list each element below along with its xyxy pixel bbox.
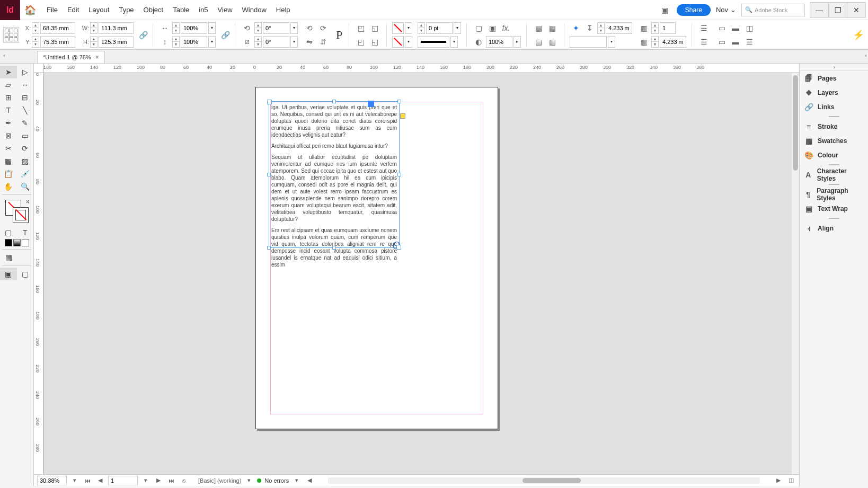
columns-input[interactable] (660, 22, 676, 34)
close-button[interactable]: ✕ (847, 2, 866, 18)
align-center-obj-icon[interactable]: ▦ (546, 36, 559, 48)
stroke-proxy[interactable] (13, 207, 29, 223)
panel-text-wrap[interactable]: ▣Text Wrap (800, 201, 868, 216)
gutter-input[interactable] (660, 36, 686, 48)
panel-colour[interactable]: 🎨Colour (800, 148, 868, 162)
sw-weight-stepper[interactable]: ▲▼ (418, 22, 425, 34)
panel-align[interactable]: ⫞Align (800, 221, 868, 235)
scaley-dd[interactable]: ▾ (208, 36, 216, 48)
selection-tool[interactable]: ➤ (0, 66, 17, 78)
overset-text-icon[interactable]: O (393, 239, 400, 252)
first-page-icon[interactable]: ⏮ (83, 477, 92, 484)
shear-dd[interactable]: ▾ (290, 36, 298, 48)
fill-stroke-proxy[interactable]: ⤭ (4, 199, 30, 224)
scaley-stepper[interactable]: ▲▼ (172, 36, 180, 48)
eyedropper-tool[interactable]: 💉 (17, 167, 34, 180)
stroke-style-swatch[interactable] (418, 36, 449, 48)
valign-top-icon[interactable]: ☰ (697, 22, 710, 34)
h-stepper[interactable]: ▲▼ (90, 36, 98, 48)
scale-x-input[interactable] (181, 22, 207, 34)
preflight-dd-icon[interactable]: ▾ (244, 477, 254, 484)
workspace-dropdown[interactable]: Nov ⌄ (716, 6, 736, 14)
y-stepper[interactable]: ▲▼ (32, 36, 39, 48)
tab-close-icon[interactable]: × (95, 54, 99, 61)
page-number-input[interactable] (108, 476, 138, 485)
errors-dd-icon[interactable]: ▾ (292, 477, 302, 484)
wrap-top-stepper[interactable]: ▲▼ (597, 22, 605, 34)
frame-handle-right[interactable] (397, 173, 401, 176)
rectangle-frame-tool[interactable]: ⊠ (0, 129, 17, 142)
select-prev-icon[interactable]: ◰ (355, 36, 367, 48)
rotate-stepper[interactable]: ▲▼ (254, 22, 262, 34)
panel-swatches[interactable]: ▦Swatches (800, 134, 868, 148)
constrain-wh-icon[interactable]: 🔗 (137, 29, 149, 41)
thread-indicator-icon[interactable] (400, 113, 405, 119)
format-container-icon[interactable]: ▢ (0, 226, 17, 239)
frame-fit-b-icon[interactable]: ▬ (729, 22, 742, 34)
pencil-tool[interactable]: ✎ (17, 117, 34, 129)
gradient-swatch-tool[interactable]: ▦ (0, 155, 17, 167)
gutter-stepper[interactable]: ▲▼ (651, 36, 659, 48)
content-placer-tool[interactable]: ⊟ (17, 91, 34, 104)
fill-swatch[interactable] (392, 22, 404, 34)
paragraph-mode-icon[interactable]: P (333, 29, 346, 41)
collapse-left-icon[interactable]: ‹‹ (3, 53, 4, 58)
open-nav-icon[interactable]: ⎋ (179, 477, 189, 484)
preview-view-icon[interactable]: ▢ (17, 268, 34, 280)
y-input[interactable] (40, 36, 75, 48)
frame-handle-bottom[interactable] (332, 246, 336, 250)
minimize-button[interactable]: — (810, 2, 829, 18)
gradient-feather-tool[interactable]: ▨ (17, 155, 34, 167)
fill-dd[interactable]: ▾ (405, 22, 412, 34)
quick-apply-icon[interactable]: ⚡ (852, 29, 865, 41)
screen-mode-icon[interactable]: ▣ (659, 4, 671, 16)
panel-links[interactable]: 🔗Links (800, 100, 868, 114)
format-text-icon[interactable]: T (17, 226, 34, 239)
frame-fit-a-icon[interactable]: ▭ (715, 22, 728, 34)
menu-edit[interactable]: Edit (67, 6, 79, 14)
rotate-ccw-icon[interactable]: ⟲ (303, 22, 316, 34)
valign-center-icon[interactable]: ☰ (697, 36, 710, 48)
gap-tool[interactable]: ↔ (17, 78, 34, 91)
x-stepper[interactable]: ▲▼ (32, 22, 39, 34)
flip-h-icon[interactable]: ⇋ (303, 36, 316, 48)
panel-layers[interactable]: ❖Layers (800, 85, 868, 100)
frame-handle-left[interactable] (267, 173, 271, 176)
collapse-right-icon[interactable]: ‹‹ (865, 53, 866, 58)
w-input[interactable] (99, 22, 134, 34)
menu-view[interactable]: View (218, 6, 233, 14)
menu-table[interactable]: Table (173, 6, 189, 14)
preflight-errors[interactable]: No errors (264, 477, 289, 484)
free-transform-tool[interactable]: ⟳ (17, 142, 34, 155)
panel-paragraph-styles[interactable]: ¶Paragraph Styles (800, 187, 868, 201)
maximize-button[interactable]: ❐ (828, 2, 847, 18)
page-tool[interactable]: ▱ (0, 78, 17, 91)
hand-tool[interactable]: ✋ (0, 180, 17, 193)
expand-dock-icon[interactable]: ›› (800, 64, 868, 71)
constrain-scale-icon[interactable]: 🔗 (219, 29, 232, 41)
text-frame[interactable]: iga. Ut peribus, veriae voluptate et qui… (269, 101, 400, 248)
pen-tool[interactable]: ✒ (0, 117, 17, 129)
horizontal-ruler[interactable]: 1801601401201008060402002040608010012014… (43, 64, 799, 73)
rotate-input[interactable] (263, 22, 289, 34)
type-tool[interactable]: T (0, 104, 17, 117)
select-container-icon[interactable]: ◰ (355, 22, 367, 34)
scissors-tool[interactable]: ✂ (0, 142, 17, 155)
frame-fit-e-icon[interactable]: ▬ (729, 36, 742, 48)
select-next-icon[interactable]: ◱ (368, 36, 381, 48)
page-dd-icon[interactable]: ▾ (141, 477, 150, 484)
fx-icon[interactable]: fx. (500, 22, 512, 34)
vertical-scrollbar[interactable] (792, 73, 799, 474)
menu-help[interactable]: Help (276, 6, 290, 14)
note-tool[interactable]: 📋 (0, 167, 17, 180)
stroke-swatch[interactable] (392, 36, 404, 48)
scroll-right-icon[interactable]: ▶ (774, 477, 783, 484)
frame-fit-d-icon[interactable]: ▭ (715, 36, 728, 48)
menu-type[interactable]: Type (119, 6, 134, 14)
zoom-level-input[interactable] (37, 476, 67, 485)
in-port-icon[interactable] (368, 101, 374, 107)
content-collector-tool[interactable]: ⊞ (0, 91, 17, 104)
zoom-tool[interactable]: 🔍 (17, 180, 34, 193)
x-input[interactable] (40, 22, 75, 34)
style-dd[interactable]: ▾ (608, 36, 615, 48)
